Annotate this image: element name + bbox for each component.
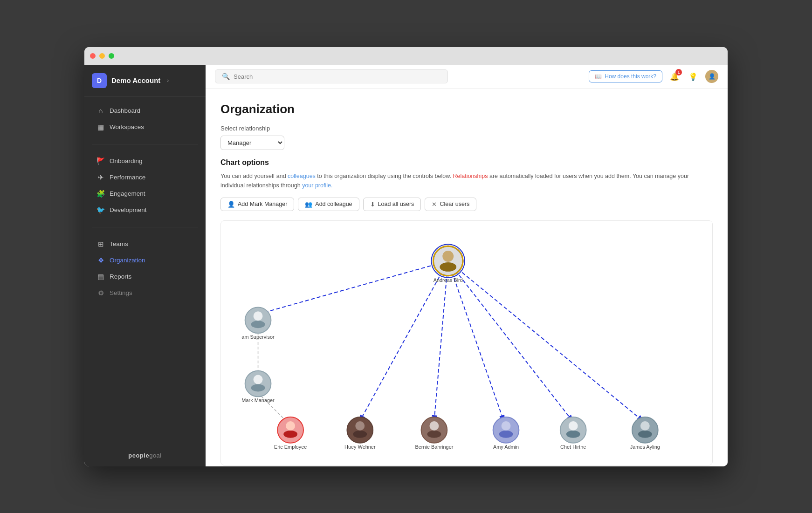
- sidebar-item-onboarding[interactable]: 🚩 Onboarding: [88, 153, 202, 169]
- node-label-supervisor: am Supervisor: [241, 334, 275, 340]
- maximize-button[interactable]: [109, 53, 114, 59]
- sidebar-item-label: Engagement: [110, 190, 145, 197]
- add-manager-icon: 👤: [227, 201, 235, 208]
- andreas-avatar-head: [442, 251, 454, 262]
- sidebar-item-engagement[interactable]: 🧩 Engagement: [88, 186, 202, 202]
- main-content: 🔍 📖 How does this work? 🔔 1 💡: [206, 65, 728, 466]
- huey-head: [355, 421, 365, 431]
- add-colleague-label: Add colleague: [315, 201, 352, 207]
- add-manager-button[interactable]: 👤 Add Mark Manager: [220, 198, 294, 211]
- account-name: Demo Account: [111, 76, 160, 84]
- account-section[interactable]: D Demo Account ›: [84, 65, 206, 97]
- node-label-manager: Mark Manager: [241, 397, 275, 403]
- sidebar-item-label: Dashboard: [110, 107, 140, 114]
- eric-head: [286, 421, 295, 431]
- topbar-right: 📖 How does this work? 🔔 1 💡 👤: [589, 70, 718, 83]
- help-label: How does this work?: [605, 73, 656, 80]
- load-all-users-button[interactable]: ⬇ Load all users: [363, 198, 421, 211]
- avatar-initials: 👤: [709, 73, 716, 80]
- clear-icon: ✕: [432, 201, 437, 208]
- chart-controls: 👤 Add Mark Manager 👥 Add colleague ⬇ Loa…: [220, 198, 713, 211]
- reports-icon: ▤: [96, 273, 105, 281]
- sidebar: D Demo Account › ⌂ Dashboard ▦ Workspace…: [84, 65, 206, 466]
- app-window: D Demo Account › ⌂ Dashboard ▦ Workspace…: [84, 47, 728, 466]
- chet-head: [569, 421, 578, 431]
- sidebar-item-reports[interactable]: ▤ Reports: [88, 269, 202, 285]
- sidebar-bottom-section: ⊞ Teams ❖ Organization ▤ Reports ⚙ Setti…: [84, 230, 206, 307]
- search-input[interactable]: [234, 73, 441, 80]
- load-icon: ⬇: [370, 201, 375, 208]
- manager-head: [254, 375, 263, 384]
- line-amy: [448, 260, 503, 420]
- sidebar-item-label: Teams: [110, 240, 128, 247]
- performance-icon: ✈: [96, 173, 105, 182]
- huey-body: [353, 430, 367, 438]
- node-label-james: James Ayling: [630, 444, 660, 449]
- node-label-amy: Amy Admin: [493, 444, 519, 449]
- account-icon: D: [92, 73, 107, 88]
- sidebar-top-section: ⌂ Dashboard ▦ Workspaces: [84, 97, 206, 141]
- node-label-bernie: Bernie Bahringer: [415, 444, 453, 449]
- sidebar-item-label: Organization: [110, 257, 145, 264]
- account-chevron: ›: [167, 77, 169, 84]
- sidebar-item-development[interactable]: 🐦 Development: [88, 202, 202, 218]
- clear-label: Clear users: [440, 201, 469, 207]
- notification-badge: 1: [675, 69, 682, 75]
- highlight-colleagues: colleagues: [288, 173, 316, 179]
- clear-users-button[interactable]: ✕ Clear users: [425, 198, 476, 211]
- sidebar-item-label: Reports: [110, 273, 131, 280]
- sidebar-divider-2: [92, 227, 198, 227]
- engagement-icon: 🧩: [96, 190, 105, 198]
- bernie-body: [427, 430, 441, 438]
- supervisor-body: [251, 321, 265, 328]
- sidebar-item-teams[interactable]: ⊞ Teams: [88, 236, 202, 252]
- info-text: You can add yourself and colleagues to t…: [220, 171, 713, 190]
- select-relationship-label: Select relationship: [220, 125, 713, 132]
- sidebar-item-label: Performance: [110, 174, 145, 181]
- sidebar-item-dashboard[interactable]: ⌂ Dashboard: [88, 103, 202, 119]
- sidebar-item-label: Onboarding: [110, 157, 143, 164]
- search-icon: 🔍: [222, 73, 230, 80]
- onboarding-icon: 🚩: [96, 157, 105, 165]
- supervisor-head: [254, 311, 263, 321]
- manager-body: [251, 384, 265, 391]
- help-button[interactable]: 📖 How does this work?: [589, 70, 662, 82]
- amy-body: [499, 430, 513, 438]
- james-head: [640, 421, 650, 431]
- sidebar-item-workspaces[interactable]: ▦ Workspaces: [88, 119, 202, 135]
- line-chet: [448, 260, 572, 420]
- node-label-huey: Huey Wehner: [344, 444, 376, 449]
- load-all-label: Load all users: [378, 201, 414, 207]
- james-body: [638, 430, 652, 438]
- home-icon: ⌂: [96, 107, 105, 115]
- line-huey: [360, 260, 448, 420]
- notification-button[interactable]: 🔔 1: [668, 70, 681, 83]
- sidebar-item-label: Workspaces: [110, 123, 144, 130]
- search-box[interactable]: 🔍: [215, 69, 448, 83]
- minimize-button[interactable]: [99, 53, 105, 59]
- close-button[interactable]: [90, 53, 96, 59]
- sidebar-item-organization[interactable]: ❖ Organization: [88, 253, 202, 268]
- highlight-relationships: Relationships: [453, 173, 488, 179]
- lightbulb-button[interactable]: 💡: [687, 70, 700, 83]
- sidebar-item-performance[interactable]: ✈ Performance: [88, 170, 202, 185]
- chart-options-title: Chart options: [220, 158, 713, 167]
- organization-icon: ❖: [96, 256, 105, 265]
- sidebar-item-settings[interactable]: ⚙ Settings: [88, 285, 202, 301]
- relationship-select[interactable]: Manager Peer Direct Report: [220, 136, 284, 150]
- line-james: [448, 260, 643, 420]
- org-chart-area: Andreas Bird am Supervisor Mark Manager: [220, 220, 713, 465]
- workspaces-icon: ▦: [96, 123, 105, 131]
- app-body: D Demo Account › ⌂ Dashboard ▦ Workspace…: [84, 65, 728, 466]
- titlebar: [84, 47, 728, 65]
- add-colleague-button[interactable]: 👥 Add colleague: [298, 198, 359, 211]
- amy-head: [502, 421, 511, 431]
- eric-body: [283, 430, 297, 438]
- lightbulb-icon: 💡: [688, 72, 698, 81]
- page-body: Organization Select relationship Manager…: [206, 89, 728, 466]
- profile-link[interactable]: your profile.: [302, 182, 332, 189]
- page-title: Organization: [220, 102, 713, 116]
- sidebar-item-label: Development: [110, 206, 147, 213]
- avatar[interactable]: 👤: [705, 70, 718, 83]
- brand-logo: peoplegoal: [128, 452, 161, 459]
